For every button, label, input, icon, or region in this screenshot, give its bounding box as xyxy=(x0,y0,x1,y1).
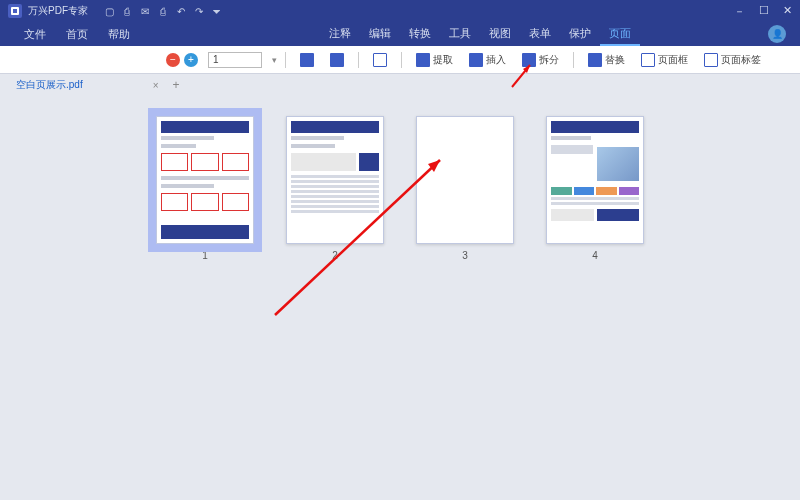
menu-help[interactable]: 帮助 xyxy=(98,24,140,45)
close-button[interactable]: ✕ xyxy=(783,4,792,19)
delete-page-button[interactable] xyxy=(367,51,393,69)
maximize-button[interactable]: ☐ xyxy=(759,4,769,19)
page-number-label: 1 xyxy=(202,250,208,261)
mail-icon[interactable]: ✉ xyxy=(136,6,154,17)
user-avatar-icon[interactable]: 👤 xyxy=(768,25,786,43)
ribbon-tabs: 注释 编辑 转换 工具 视图 表单 保护 页面 xyxy=(320,23,640,46)
insert-button[interactable]: 插入 xyxy=(463,51,512,69)
tab-page[interactable]: 页面 xyxy=(600,23,640,46)
app-title: 万兴PDF专家 xyxy=(28,4,88,18)
print-icon[interactable]: ⎙ xyxy=(154,6,172,17)
menu-home[interactable]: 首页 xyxy=(56,24,98,45)
app-logo-icon xyxy=(8,4,22,18)
replace-button[interactable]: 替换 xyxy=(582,51,631,69)
document-tab-bar: 空白页展示.pdf × + xyxy=(0,74,800,96)
tab-annotate[interactable]: 注释 xyxy=(320,23,360,46)
add-tab-button[interactable]: + xyxy=(173,78,180,92)
tab-convert[interactable]: 转换 xyxy=(400,23,440,46)
page-thumbnail-3[interactable]: 3 xyxy=(416,116,514,500)
split-button[interactable]: 拆分 xyxy=(516,51,565,69)
folder-icon[interactable]: ▢ xyxy=(100,6,118,17)
menu-file[interactable]: 文件 xyxy=(14,24,56,45)
save-icon[interactable]: ⎙ xyxy=(118,6,136,17)
page-number-label: 4 xyxy=(592,250,598,261)
svg-rect-1 xyxy=(13,9,17,13)
pagebox-button[interactable]: 页面框 xyxy=(635,51,694,69)
pagelabel-button[interactable]: 页面标签 xyxy=(698,51,767,69)
page-toolbar: − + 1 ▾ 提取 插入 拆分 替换 页面框 页面标签 xyxy=(0,46,800,74)
tab-protect[interactable]: 保护 xyxy=(560,23,600,46)
redo-icon[interactable]: ↷ xyxy=(190,6,208,17)
page-thumbnail-1[interactable]: 1 xyxy=(156,116,254,500)
tab-tools[interactable]: 工具 xyxy=(440,23,480,46)
rotate-right-button[interactable] xyxy=(324,51,350,69)
minimize-button[interactable]: － xyxy=(734,4,745,19)
zoom-out-button[interactable]: − xyxy=(166,53,180,67)
page-number-label: 2 xyxy=(332,250,338,261)
thumbnail-grid: 1 2 3 4 xyxy=(0,96,800,500)
chevron-down-icon[interactable]: ▾ xyxy=(272,55,277,65)
close-tab-icon[interactable]: × xyxy=(153,80,159,91)
page-number-label: 3 xyxy=(462,250,468,261)
tab-form[interactable]: 表单 xyxy=(520,23,560,46)
rotate-left-button[interactable] xyxy=(294,51,320,69)
title-bar: 万兴PDF专家 ▢ ⎙ ✉ ⎙ ↶ ↷ ⏷ － ☐ ✕ xyxy=(0,0,800,22)
window-controls: － ☐ ✕ xyxy=(734,4,792,19)
menu-bar: 文件 首页 帮助 注释 编辑 转换 工具 视图 表单 保护 页面 👤 xyxy=(0,22,800,46)
page-number-input[interactable]: 1 xyxy=(208,52,262,68)
tab-edit[interactable]: 编辑 xyxy=(360,23,400,46)
page-thumbnail-2[interactable]: 2 xyxy=(286,116,384,500)
document-tab[interactable]: 空白页展示.pdf × xyxy=(10,76,165,94)
document-filename: 空白页展示.pdf xyxy=(16,78,83,92)
page-thumbnail-4[interactable]: 4 xyxy=(546,116,644,500)
zoom-in-button[interactable]: + xyxy=(184,53,198,67)
undo-icon[interactable]: ↶ xyxy=(172,6,190,17)
extract-button[interactable]: 提取 xyxy=(410,51,459,69)
dropdown-icon[interactable]: ⏷ xyxy=(208,6,226,17)
tab-view[interactable]: 视图 xyxy=(480,23,520,46)
